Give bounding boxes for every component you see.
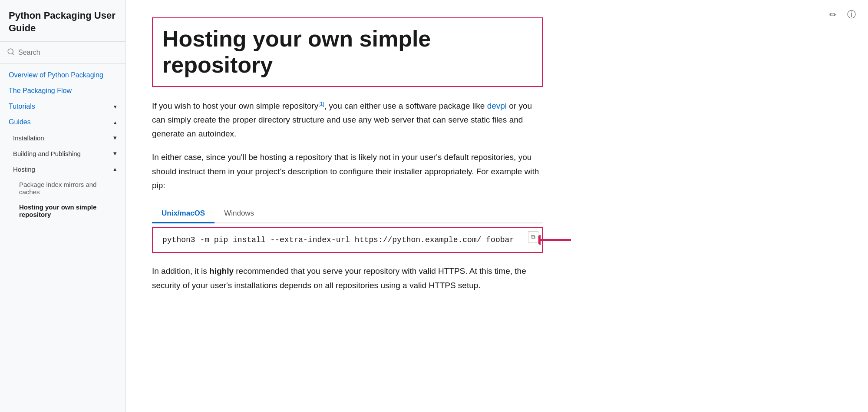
sidebar-item-tutorials[interactable]: Tutorials ▾ (0, 99, 125, 114)
search-icon (7, 48, 15, 57)
edit-button[interactable]: ✏ (828, 7, 838, 22)
svg-line-1 (12, 53, 13, 55)
second-paragraph: In either case, since you'll be hosting … (152, 150, 543, 193)
tab-unix[interactable]: Unix/macOS (152, 205, 215, 223)
highly-text: highly (209, 266, 234, 276)
page-title: Hosting your own simple repository (152, 17, 543, 87)
tab-bar: Unix/macOS Windows (152, 205, 543, 223)
hosting-chevron: ▴ (113, 165, 117, 173)
code-block-wrapper: python3 -m pip install --extra-index-url… (152, 227, 543, 253)
search-input[interactable] (18, 49, 119, 56)
arrow-indicator (538, 233, 573, 246)
code-block: python3 -m pip install --extra-index-url… (152, 227, 543, 253)
footnote-1: [1] (318, 100, 324, 106)
sidebar-item-hosting-own[interactable]: Hosting your own simple repository (0, 199, 125, 222)
copy-button[interactable]: ⧉ (528, 231, 538, 243)
sidebar: Python Packaging User Guide Overview of … (0, 0, 126, 412)
content-body: Hosting your own simple repository If yo… (152, 17, 543, 292)
sidebar-item-hosting[interactable]: Hosting ▴ (0, 161, 125, 177)
sidebar-item-overview[interactable]: Overview of Python Packaging (0, 67, 125, 83)
sidebar-item-building[interactable]: Building and Publishing ▾ (0, 146, 125, 161)
building-chevron: ▾ (113, 150, 117, 157)
main-content: ✏ ⓘ Hosting your own simple repository I… (126, 0, 868, 412)
sidebar-item-package-index[interactable]: Package index mirrors and caches (0, 177, 125, 199)
tutorials-chevron: ▾ (114, 103, 117, 110)
sidebar-item-installation[interactable]: Installation ▾ (0, 130, 125, 146)
tab-windows[interactable]: Windows (215, 205, 264, 223)
guides-chevron: ▴ (114, 119, 117, 126)
sidebar-title: Python Packaging User Guide (0, 0, 125, 42)
intro-paragraph: If you wish to host your own simple repo… (152, 99, 543, 141)
nav-section: Overview of Python Packaging The Packagi… (0, 64, 125, 226)
top-icons: ✏ ⓘ (828, 7, 858, 22)
sidebar-item-guides[interactable]: Guides ▴ (0, 114, 125, 130)
info-button[interactable]: ⓘ (845, 7, 858, 22)
code-tabs: Unix/macOS Windows python3 -m pip instal… (152, 205, 543, 253)
installation-chevron: ▾ (113, 134, 117, 142)
search-box (0, 42, 125, 64)
devpi-link[interactable]: devpi (487, 101, 507, 110)
bottom-paragraph: In addition, it is highly recommended th… (152, 264, 543, 292)
sidebar-item-packaging-flow[interactable]: The Packaging Flow (0, 83, 125, 99)
svg-point-0 (8, 49, 13, 54)
code-text: python3 -m pip install --extra-index-url… (162, 236, 514, 244)
